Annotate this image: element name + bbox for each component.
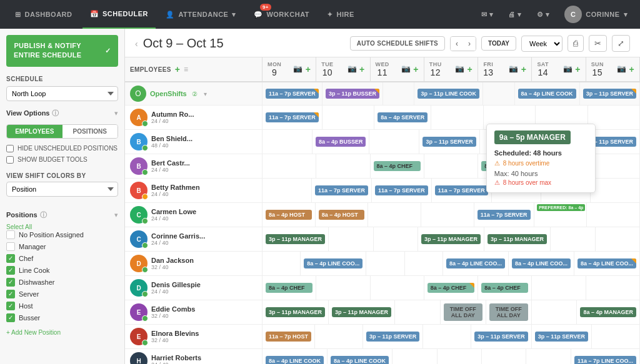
betty-sat[interactable]	[541, 179, 591, 202]
shift-pill[interactable]: 3p – 11p SERVER	[474, 332, 528, 342]
shift-pill[interactable]: 11a – 7p SERVER	[266, 89, 319, 99]
shift-pill[interactable]: 8a – 4p LINE COOK	[331, 356, 389, 364]
add-shift-3[interactable]: +	[468, 64, 473, 74]
corinne-sun[interactable]	[596, 227, 640, 251]
elnora-tue[interactable]	[315, 325, 363, 348]
nav-scheduler[interactable]: 📅 Scheduler	[82, 0, 156, 29]
eddie-wed[interactable]	[395, 300, 441, 324]
position-linecook[interactable]: ✓ Line Cook	[6, 266, 118, 275]
carmen-tue[interactable]: 8a – 4p HOST	[316, 203, 369, 227]
shift-pill[interactable]: 3p – 11p SERVER	[583, 89, 636, 99]
open-shift-wed[interactable]	[383, 82, 415, 105]
shift-pill[interactable]: 8a – 4p LINE COOK	[518, 89, 576, 99]
prev-week-button[interactable]: ‹	[451, 37, 463, 51]
autumn-wed[interactable]: 8a – 4p SERVER	[374, 106, 431, 129]
shift-pill[interactable]: 3p – 11p SERVER	[535, 332, 588, 342]
harriet-fri[interactable]	[482, 349, 526, 364]
busser-checkbox[interactable]: ✓	[6, 313, 15, 322]
employees-tab[interactable]: EMPLOYEES	[7, 125, 62, 138]
harriet-mon[interactable]: 8a – 4p LINE COOK	[262, 349, 328, 364]
corinne-tue[interactable]	[329, 227, 373, 251]
bert-sat[interactable]: 8a – 4p CHEF	[532, 154, 586, 178]
show-budget-row[interactable]: SHOW BUDGET TOOLS	[6, 156, 118, 164]
betty-thu[interactable]: 11a – 7p SERVER	[432, 179, 492, 202]
settings-button[interactable]: ⚙ ▾	[532, 0, 555, 29]
no-position-checkbox[interactable]	[6, 230, 15, 239]
corinne-fri[interactable]: 3p – 11p MANAGER	[484, 227, 551, 251]
autumn-tue[interactable]	[322, 106, 374, 129]
carmen-mon[interactable]: 8a – 4p HOST	[262, 203, 316, 227]
nav-workchat[interactable]: 9+ 💬 Workchat	[246, 0, 317, 29]
shift-pill[interactable]: 8a – 4p HOST	[319, 210, 365, 220]
bert-tue[interactable]	[316, 154, 370, 178]
denis-wed[interactable]	[371, 276, 424, 300]
harriet-sat[interactable]	[526, 349, 571, 364]
host-checkbox[interactable]: ✓	[6, 302, 15, 310]
expand-button[interactable]: ⤢	[612, 35, 630, 52]
ben-mon[interactable]	[262, 130, 312, 154]
harriet-tue[interactable]: 8a – 4p LINE COOK	[328, 349, 392, 364]
dishwasher-checkbox[interactable]: ✓	[6, 278, 15, 287]
elnora-fri[interactable]: 3p – 11p SERVER	[471, 325, 531, 348]
add-shift-4[interactable]: +	[521, 64, 527, 74]
nav-hire[interactable]: ✦ Hire	[319, 0, 362, 29]
camera-icon-5[interactable]: 📷	[563, 64, 572, 74]
shift-pill[interactable]: 3p – 11p BUSSER	[326, 89, 379, 99]
add-shift-1[interactable]: +	[359, 64, 365, 74]
shift-pill[interactable]: 11a – 7p HOST	[266, 332, 311, 342]
dan-tue[interactable]: 8a – 4p LINE COO...	[301, 252, 366, 275]
shift-pill[interactable]: 11a – 7p SERVER	[435, 185, 488, 195]
ben-sun[interactable]: 3p – 11p SERVER	[580, 130, 640, 154]
position-server[interactable]: ✓ Server	[6, 290, 118, 298]
betty-tue[interactable]: 11a – 7p SERVER	[312, 179, 372, 202]
eddie-fri[interactable]: TIME OFF ALL DAY	[486, 300, 532, 324]
eddie-thu[interactable]: TIME OFF ALL DAY	[441, 300, 486, 324]
elnora-thu[interactable]	[423, 325, 471, 348]
harriet-sun[interactable]: 11a – 7p LINE COO...	[571, 349, 640, 364]
ben-fri[interactable]: 9a – 5p MANAGER Scheduled: 48 hours ⚠ 8 …	[480, 130, 530, 154]
bert-fri[interactable]: 8a – 4p CHEF	[478, 154, 532, 178]
denis-mon[interactable]: 8a – 4p CHEF	[262, 276, 316, 300]
camera-icon-1[interactable]: 📷	[348, 64, 357, 74]
position-dishwasher[interactable]: ✓ Dishwasher	[6, 278, 118, 287]
nav-attendance[interactable]: 👤 Attendance ▾	[158, 0, 244, 29]
shift-pill[interactable]: 8a – 4p CHEF	[481, 283, 528, 293]
next-week-button[interactable]: ›	[463, 37, 476, 51]
corinne-mon[interactable]: 3p – 11p MANAGER	[262, 227, 329, 251]
shift-pill[interactable]: 3p – 11p MANAGER	[421, 234, 481, 244]
autumn-thu[interactable]	[431, 106, 483, 129]
shift-pill[interactable]: 8a – 4p CHEF	[481, 161, 528, 171]
camera-icon-2[interactable]: 📷	[401, 64, 411, 74]
add-position-link[interactable]: + Add New Position	[6, 329, 118, 336]
harriet-wed[interactable]	[392, 349, 437, 364]
dan-thu[interactable]	[405, 252, 443, 275]
corinne-wed[interactable]	[374, 227, 418, 251]
betty-sun[interactable]	[591, 179, 640, 202]
eddie-sat[interactable]	[532, 300, 578, 324]
shift-pill[interactable]: 8a – 4p HOST	[266, 210, 312, 220]
harriet-thu[interactable]	[438, 349, 482, 364]
denis-thu[interactable]: 8a – 4p CHEF	[424, 276, 478, 300]
corinne-sat[interactable]	[551, 227, 595, 251]
shift-pill[interactable]: 3p – 11p LINE COOK	[418, 89, 479, 99]
shift-pill[interactable]: 3p – 11p SERVER	[422, 137, 476, 147]
select-all-link[interactable]: Select All	[6, 224, 118, 230]
bert-mon[interactable]	[262, 154, 316, 178]
shift-pill[interactable]: 8a – 4p LINE COO...	[512, 258, 571, 268]
print-button[interactable]: 🖨 ▾	[503, 0, 527, 29]
location-select[interactable]: North Loop	[6, 86, 118, 101]
open-shift-tue[interactable]: 3p – 11p BUSSER	[322, 82, 383, 105]
betty-fri[interactable]	[492, 179, 541, 202]
shift-pill[interactable]: 11a – 7p SERVER	[375, 185, 428, 195]
view-options-toggle[interactable]: View Options ⓘ ▾	[6, 109, 118, 118]
shift-pill[interactable]: 3p – 11p SERVER	[583, 137, 636, 147]
betty-mon[interactable]	[262, 179, 312, 202]
ben-sat[interactable]	[530, 130, 580, 154]
hide-unscheduled-row[interactable]: HIDE UNSCHEDULED POSITIONS	[6, 145, 118, 152]
position-host[interactable]: ✓ Host	[6, 302, 118, 310]
carmen-thu[interactable]	[421, 203, 474, 227]
denis-sun[interactable]	[586, 276, 640, 300]
shift-pill[interactable]: 3p – 11p SERVER	[366, 332, 419, 342]
open-shifts-chevron[interactable]: ▾	[204, 91, 207, 97]
shift-pill[interactable]: 3p – 11p MANAGER	[266, 234, 325, 244]
